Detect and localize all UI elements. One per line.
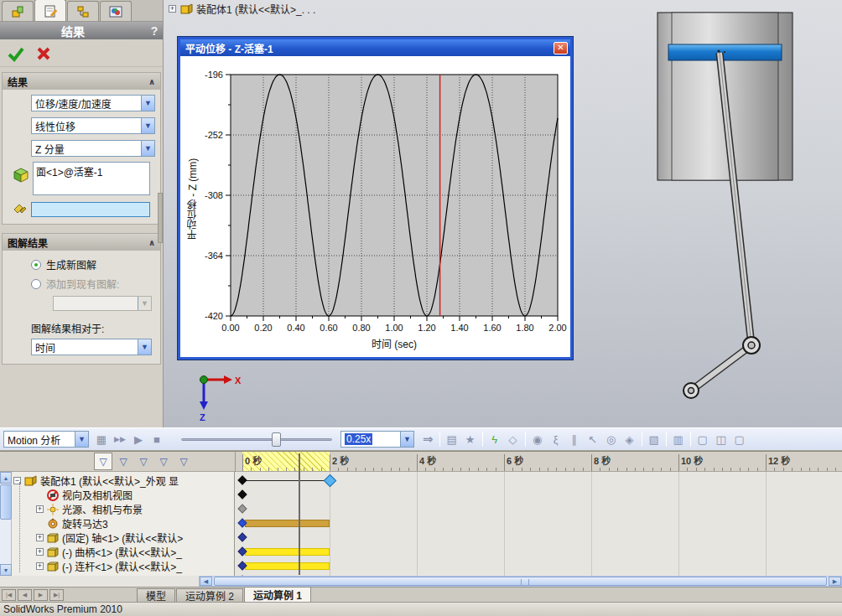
- filter-no-filter-button[interactable]: ▽: [94, 453, 112, 470]
- tree-vertical-scrollbar[interactable]: ▲ ▼: [0, 472, 12, 576]
- filter-driving-button[interactable]: ▽: [134, 453, 153, 470]
- gravity-element-icon[interactable]: ◈: [621, 430, 639, 448]
- playback-speed-slider[interactable]: [181, 430, 332, 448]
- motionmanager-tree-item[interactable]: +(固定) 轴<1> (默认<<默认>: [12, 531, 234, 545]
- plot-result-group-header[interactable]: 图解结果 ∧: [3, 234, 160, 251]
- copy-study-button[interactable]: ▢: [694, 430, 712, 448]
- motionmanager-tree-item[interactable]: +(-) 连杆<1> (默认<<默认>_: [12, 559, 234, 573]
- face-selection-box[interactable]: 面<1>@活塞-1: [33, 162, 150, 195]
- force-element-icon[interactable]: ↖: [584, 430, 602, 448]
- plot-window[interactable]: 平动位移 - Z-活塞-1 ✕ 0.000.200.400.600.801.00…: [178, 37, 573, 360]
- motor-element-icon[interactable]: ◉: [528, 430, 547, 448]
- graphics-viewport[interactable]: + 装配体1 (默认<<默认>_. . . 平动位移 - Z-活塞-1 ✕ 0.…: [164, 0, 842, 427]
- study-type-combo[interactable]: Motion 分析 ▼: [3, 431, 89, 448]
- timeline-horizontal-scrollbar[interactable]: ◀ ▶: [199, 576, 842, 587]
- ok-button[interactable]: [7, 45, 25, 62]
- expand-icon[interactable]: +: [36, 562, 44, 570]
- piston-assembly-model[interactable]: [654, 0, 842, 427]
- expand-icon[interactable]: +: [36, 505, 44, 513]
- second-selection-box[interactable]: [31, 202, 150, 217]
- result-component-combo[interactable]: Z 分量 ▼: [31, 140, 155, 157]
- next-frame-button[interactable]: ⇒: [423, 432, 434, 447]
- results-and-plots-button[interactable]: ▧: [645, 430, 663, 448]
- new-plot-radio[interactable]: 生成新图解: [31, 257, 153, 272]
- expand-icon[interactable]: +: [36, 548, 44, 556]
- document-tab-3[interactable]: 运动算例 1: [244, 587, 311, 602]
- keyframe-diamond[interactable]: [237, 489, 247, 499]
- motionmanager-tree-item[interactable]: +光源、相机与布景: [12, 502, 234, 516]
- timeline-track-row[interactable]: [236, 474, 842, 488]
- filter-results-button[interactable]: ▽: [174, 453, 193, 470]
- scroll-right-icon[interactable]: ▶: [829, 577, 841, 586]
- spring-element-icon[interactable]: ξ: [547, 430, 565, 448]
- slider-thumb[interactable]: [272, 432, 281, 447]
- filter-animated-button[interactable]: ▽: [114, 453, 133, 470]
- animation-wizard-button[interactable]: ★: [461, 430, 480, 448]
- motion-study-properties-button[interactable]: ▥: [669, 430, 688, 448]
- response-type-combo[interactable]: 位移/速度/加速度 ▼: [31, 95, 155, 111]
- first-tab-button[interactable]: |◀: [2, 589, 16, 601]
- keyframe-diamond[interactable]: [237, 475, 247, 484]
- last-tab-button[interactable]: ▶|: [49, 589, 64, 601]
- timeline-change-bar[interactable]: [245, 562, 330, 570]
- featuremanager-tab[interactable]: [2, 1, 34, 21]
- save-animation-button[interactable]: ▤: [443, 430, 461, 448]
- duplicate-study-button[interactable]: ◫: [712, 430, 730, 448]
- result-category-combo[interactable]: 线性位移 ▼: [31, 117, 155, 134]
- contact-element-icon[interactable]: ◎: [602, 430, 621, 448]
- timeline-time-cursor[interactable]: [299, 453, 300, 575]
- stop-button[interactable]: ■: [148, 430, 166, 448]
- plot-window-titlebar[interactable]: 平动位移 - Z-活塞-1 ✕: [180, 39, 570, 56]
- timeline-track-row[interactable]: [236, 502, 842, 516]
- displaymanager-tab[interactable]: [100, 1, 132, 21]
- feature-tree-flyout[interactable]: + 装配体1 (默认<<默认>_. . .: [169, 2, 315, 16]
- help-button[interactable]: ?: [146, 24, 163, 38]
- document-tab-2[interactable]: 运动算例 2: [176, 588, 243, 602]
- scroll-up-icon[interactable]: ▲: [0, 472, 12, 484]
- motor-button[interactable]: ϟ: [486, 430, 504, 448]
- timeline-track-row[interactable]: [236, 488, 842, 502]
- keyframe-diamond[interactable]: [237, 504, 247, 513]
- scroll-down-icon[interactable]: ▼: [0, 564, 12, 576]
- play-button[interactable]: ▶: [129, 430, 148, 448]
- filter-selected-button[interactable]: ▽: [154, 453, 173, 470]
- configurationmanager-tab[interactable]: [67, 1, 99, 21]
- play-from-start-button[interactable]: ▶▶: [111, 430, 129, 448]
- export-study-button[interactable]: ▢: [730, 430, 749, 448]
- motionmanager-tree-item[interactable]: 旋转马达3: [12, 516, 234, 531]
- force-button[interactable]: ◇: [504, 430, 522, 448]
- scrollbar-thumb[interactable]: [214, 577, 827, 586]
- crank-link[interactable]: [691, 345, 751, 391]
- motionmanager-tree-item[interactable]: +(-) 曲柄<1> (默认<<默认>_: [12, 545, 234, 559]
- prev-tab-button[interactable]: ◀: [18, 589, 32, 601]
- timeline-tracks[interactable]: [236, 472, 842, 576]
- timeline-change-bar[interactable]: [245, 548, 330, 556]
- timeline-track-row[interactable]: [236, 545, 842, 559]
- motionmanager-tree-item[interactable]: −装配体1 (默认<<默认>_外观 显: [12, 474, 234, 488]
- existing-plot-radio[interactable]: 添加到现有图解:: [31, 277, 153, 291]
- panel-splitter-handle[interactable]: [158, 193, 163, 243]
- expand-icon[interactable]: +: [36, 534, 44, 541]
- timeline-track-row[interactable]: [236, 531, 842, 545]
- scroll-left-icon[interactable]: ◀: [200, 577, 212, 586]
- document-tab-1[interactable]: 模型: [137, 588, 175, 602]
- motionmanager-tree-item[interactable]: 视向及相机视图: [12, 488, 234, 502]
- playback-speed-combo[interactable]: 0.25x ▼: [340, 431, 414, 448]
- existing-plot-combo[interactable]: ▼: [53, 296, 152, 311]
- expand-plus-icon[interactable]: +: [169, 5, 176, 13]
- timeline-ruler[interactable]: 0 秒2 秒4 秒6 秒8 秒10 秒12 秒: [235, 452, 842, 472]
- keyframe-diamond[interactable]: [323, 474, 336, 487]
- cancel-button[interactable]: [35, 45, 52, 62]
- keyframe-diamond[interactable]: [237, 532, 247, 541]
- timeline-change-bar[interactable]: [245, 520, 330, 527]
- close-icon[interactable]: ✕: [554, 42, 568, 54]
- results-group-header[interactable]: 结果 ∧: [3, 73, 160, 90]
- timeline-track-row[interactable]: [236, 516, 842, 531]
- damper-element-icon[interactable]: ∥: [565, 430, 584, 448]
- timeline-track-row[interactable]: [236, 559, 842, 573]
- relative-to-combo[interactable]: 时间 ▼: [31, 339, 152, 355]
- next-tab-button[interactable]: ▶: [34, 589, 48, 601]
- calculate-motion-button[interactable]: ▦: [92, 430, 111, 448]
- scrollbar-thumb[interactable]: [0, 484, 12, 520]
- propertymanager-tab[interactable]: [34, 0, 66, 21]
